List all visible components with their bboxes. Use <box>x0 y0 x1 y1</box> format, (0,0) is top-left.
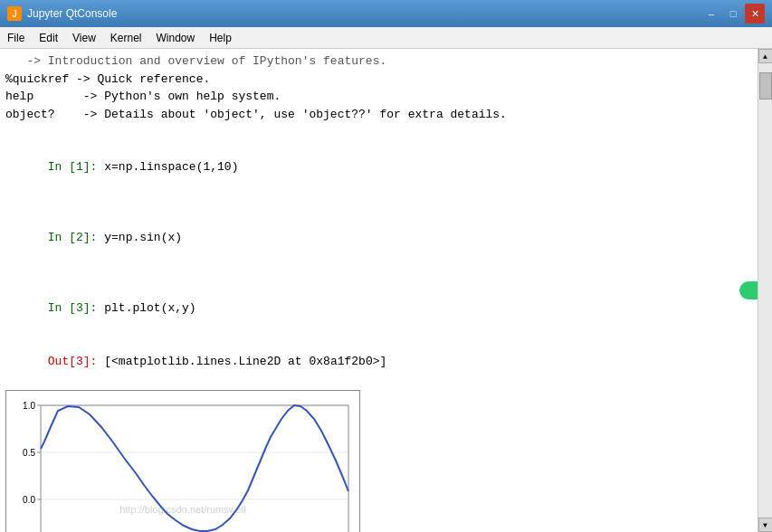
main-container: -> Introduction and overview of IPython'… <box>0 49 772 532</box>
window-title: Jupyter QtConsole <box>27 7 701 20</box>
status-indicator <box>739 281 758 299</box>
console-blank <box>5 123 752 141</box>
app-icon: J <box>7 6 22 21</box>
title-bar: J Jupyter QtConsole – □ ✕ <box>0 0 772 27</box>
menu-bar: File Edit View Kernel Window Help <box>0 27 772 49</box>
watermark-text: http://blog.csdn.net/rumswell <box>119 504 245 515</box>
input-prompt: In [3]: <box>48 301 104 315</box>
console-blank <box>5 194 752 212</box>
maximize-button[interactable]: □ <box>723 4 743 24</box>
scroll-up-button[interactable]: ▲ <box>758 49 773 63</box>
input-code: x=np.linspace(1,10) <box>104 160 238 174</box>
minimize-button[interactable]: – <box>701 4 721 24</box>
y-label-05: 0.5 <box>23 448 35 458</box>
console-line: -> Introduction and overview of IPython'… <box>5 52 752 71</box>
input-prompt: In [2]: <box>48 231 104 244</box>
y-label-00: 0.0 <box>23 495 35 505</box>
menu-file[interactable]: File <box>0 27 32 48</box>
scroll-down-button[interactable]: ▼ <box>758 518 773 532</box>
close-button[interactable]: ✕ <box>745 4 765 24</box>
menu-help[interactable]: Help <box>202 27 239 48</box>
scrollbar[interactable]: ▲ ▼ <box>758 49 772 532</box>
console-area[interactable]: -> Introduction and overview of IPython'… <box>0 49 758 532</box>
scrollbar-track[interactable] <box>758 63 772 518</box>
output-value: [<matplotlib.lines.Line2D at 0x8a1f2b0>] <box>104 355 386 368</box>
input-code: plt.plot(x,y) <box>104 301 195 315</box>
input-line-1: In [1]: x=np.linspace(1,10) <box>5 141 752 195</box>
console-blank <box>5 264 752 282</box>
menu-window[interactable]: Window <box>149 27 203 48</box>
output-line-3: Out[3]: [<matplotlib.lines.Line2D at 0x8… <box>5 335 752 388</box>
plot-svg: 1.0 0.5 0.0 −0.5 −1.0 1 <box>6 391 359 533</box>
console-line: help -> Python's own help system. <box>5 88 752 106</box>
menu-kernel[interactable]: Kernel <box>103 27 149 48</box>
console-line: object? -> Details about 'object', use '… <box>5 106 752 124</box>
y-label-10: 1.0 <box>23 401 35 411</box>
input-line-2: In [2]: y=np.sin(x) <box>5 212 752 265</box>
window-controls: – □ ✕ <box>701 4 765 24</box>
scrollbar-thumb[interactable] <box>759 72 772 100</box>
input-code: y=np.sin(x) <box>104 231 182 244</box>
output-label: Out[3]: <box>48 355 104 368</box>
plot-container: 1.0 0.5 0.0 −0.5 −1.0 1 <box>5 390 360 533</box>
console-line: %quickref -> Quick reference. <box>5 71 752 89</box>
input-line-3: In [3]: plt.plot(x,y) <box>5 282 752 336</box>
input-prompt: In [1]: <box>48 160 104 174</box>
menu-view[interactable]: View <box>65 27 103 48</box>
menu-edit[interactable]: Edit <box>32 27 65 48</box>
